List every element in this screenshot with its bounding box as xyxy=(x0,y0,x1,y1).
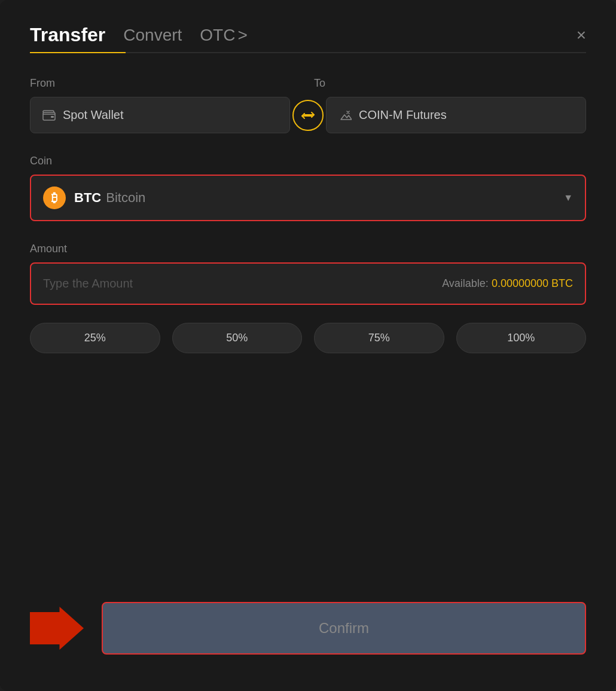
chevron-down-icon: ▼ xyxy=(563,192,573,203)
svg-rect-1 xyxy=(51,116,54,118)
btc-icon: ₿ xyxy=(43,186,66,209)
to-wallet-selector[interactable]: COIN-M Futures xyxy=(326,97,586,133)
tab-otc[interactable]: OTC > xyxy=(200,26,247,45)
pct-50-button[interactable]: 50% xyxy=(172,323,303,353)
amount-label: Amount xyxy=(30,243,586,255)
wallet-icon xyxy=(42,110,56,121)
modal-header: Transfer Convert OTC > × xyxy=(30,24,586,46)
pct-75-button[interactable]: 75% xyxy=(314,323,444,353)
chevron-right-icon: > xyxy=(237,26,247,45)
amount-section: Amount Type the Amount Available: 0.0000… xyxy=(30,243,586,305)
coin-section: Coin ₿ BTC Bitcoin ▼ xyxy=(30,155,586,221)
from-wallet-selector[interactable]: Spot Wallet xyxy=(30,97,290,133)
tab-transfer[interactable]: Transfer xyxy=(30,24,105,46)
transfer-modal: Transfer Convert OTC > × From To Spot Wa… xyxy=(0,0,616,691)
from-wallet-text: Spot Wallet xyxy=(63,108,124,122)
amount-available: Available: 0.00000000 BTC xyxy=(442,277,573,290)
coin-symbol: BTC xyxy=(74,190,101,206)
tab-divider xyxy=(30,52,586,53)
from-to-selectors: Spot Wallet COIN xyxy=(30,97,586,133)
amount-input-box[interactable]: Type the Amount Available: 0.00000000 BT… xyxy=(30,262,586,305)
from-to-labels: From To xyxy=(30,77,586,90)
amount-placeholder: Type the Amount xyxy=(43,277,133,291)
coin-selector[interactable]: ₿ BTC Bitcoin ▼ xyxy=(30,175,586,221)
bottom-area: Confirm xyxy=(30,601,586,655)
to-label: To xyxy=(314,77,586,90)
from-label: From xyxy=(30,77,302,90)
percentage-buttons: 25% 50% 75% 100% xyxy=(30,323,586,353)
coin-label: Coin xyxy=(30,155,586,167)
futures-icon xyxy=(339,109,352,122)
pct-100-button[interactable]: 100% xyxy=(456,323,587,353)
svg-marker-2 xyxy=(30,607,84,650)
confirm-button[interactable]: Confirm xyxy=(102,602,586,655)
btc-symbol-icon: ₿ xyxy=(51,191,57,205)
coin-name: Bitcoin xyxy=(106,190,145,206)
available-label: Available: xyxy=(442,277,489,289)
pct-25-button[interactable]: 25% xyxy=(30,323,160,353)
red-arrow-icon xyxy=(30,601,84,655)
tab-convert[interactable]: Convert xyxy=(123,26,182,45)
to-wallet-text: COIN-M Futures xyxy=(359,108,447,122)
swap-icon xyxy=(300,108,316,123)
from-to-section: From To Spot Wallet xyxy=(30,77,586,133)
available-value: 0.00000000 BTC xyxy=(492,277,573,289)
close-button[interactable]: × xyxy=(577,27,586,44)
swap-btn-container xyxy=(290,100,326,131)
arrow-indicator xyxy=(30,601,84,655)
swap-button[interactable] xyxy=(292,100,324,131)
